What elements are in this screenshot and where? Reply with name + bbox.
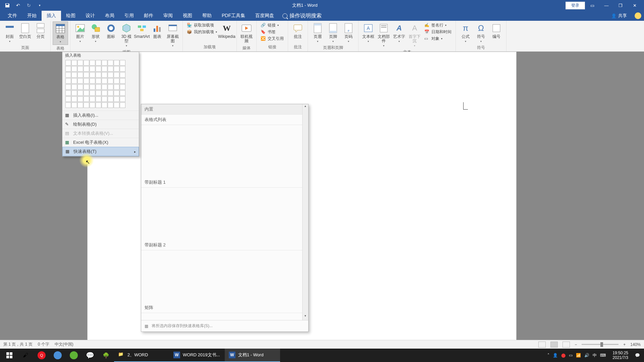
wordart-button[interactable]: A艺术字▾ — [391, 21, 407, 44]
pagenum-button[interactable]: #页码▾ — [341, 21, 356, 44]
quickparts-button[interactable]: 文档部件▾ — [376, 21, 391, 49]
grid-cell[interactable] — [84, 84, 89, 90]
grid-cell[interactable] — [114, 78, 119, 84]
bookmark-button[interactable]: 🔖书签 — [260, 29, 284, 35]
web-layout-button[interactable] — [562, 342, 570, 348]
tray-ime[interactable]: 中 — [593, 353, 597, 358]
grid-cell[interactable] — [108, 72, 113, 78]
symbol-button[interactable]: Ω符号▾ — [473, 21, 489, 44]
grid-cell[interactable] — [96, 78, 101, 84]
tab-review[interactable]: 审阅 — [158, 11, 178, 21]
grid-cell[interactable] — [120, 102, 125, 108]
grid-cell[interactable] — [90, 60, 95, 66]
zoom-in-button[interactable]: + — [623, 342, 626, 347]
tab-home[interactable]: 开始 — [22, 11, 42, 21]
table-grid-picker[interactable] — [62, 59, 139, 111]
grid-cell[interactable] — [114, 84, 119, 90]
number-button[interactable]: 编号 — [489, 21, 504, 40]
grid-cell[interactable] — [96, 60, 101, 66]
taskbar-app-6[interactable]: 🌳 — [98, 349, 114, 362]
grid-cell[interactable] — [71, 102, 77, 108]
quicktable-item-2[interactable] — [141, 188, 308, 240]
grid-cell[interactable] — [102, 78, 107, 84]
grid-cell[interactable] — [77, 90, 83, 96]
tab-file[interactable]: 文件 — [3, 11, 22, 21]
grid-cell[interactable] — [90, 96, 95, 102]
grid-cell[interactable] — [114, 96, 119, 102]
read-mode-button[interactable] — [538, 342, 546, 348]
grid-cell[interactable] — [71, 72, 77, 78]
grid-cell[interactable] — [120, 96, 125, 102]
grid-cell[interactable] — [84, 60, 89, 66]
draw-table-menuitem[interactable]: ✎绘制表格(D) — [62, 120, 139, 129]
grid-cell[interactable] — [65, 60, 71, 66]
insert-table-menuitem[interactable]: ▦插入表格(I)... — [62, 111, 139, 120]
grid-cell[interactable] — [120, 84, 125, 90]
gallery-scrollbar[interactable]: ▴▾ — [302, 104, 308, 320]
grid-cell[interactable] — [96, 102, 101, 108]
login-button[interactable]: 登录 — [566, 2, 585, 9]
tray-battery-icon[interactable]: ▭ — [569, 353, 573, 358]
language-status[interactable]: 中文(中国) — [55, 342, 73, 347]
repeat-button[interactable]: ↻ — [24, 1, 34, 10]
grid-cell[interactable] — [120, 90, 125, 96]
grid-cell[interactable] — [65, 90, 71, 96]
icons-button[interactable]: 图标 — [103, 21, 119, 40]
grid-cell[interactable] — [71, 84, 77, 90]
tab-draw[interactable]: 绘图 — [61, 11, 80, 21]
grid-cell[interactable] — [96, 66, 101, 72]
tab-layout[interactable]: 布局 — [100, 11, 119, 21]
textbox-button[interactable]: A文本框▾ — [361, 21, 376, 44]
grid-cell[interactable] — [102, 84, 107, 90]
taskbar-app-2[interactable]: Q — [34, 349, 50, 362]
table-button[interactable]: 表格▾ — [53, 21, 68, 45]
grid-cell[interactable] — [77, 60, 83, 66]
qat-customize[interactable]: ▾ — [35, 1, 44, 10]
tab-insert[interactable]: 插入 — [42, 11, 61, 21]
ribbon-options-button[interactable]: ▭ — [586, 1, 599, 10]
grid-cell[interactable] — [71, 90, 77, 96]
grid-cell[interactable] — [114, 60, 119, 66]
grid-cell[interactable] — [96, 90, 101, 96]
comment-button[interactable]: 批注 — [290, 21, 306, 40]
tab-help[interactable]: 帮助 — [197, 11, 217, 21]
grid-cell[interactable] — [96, 72, 101, 78]
equation-button[interactable]: π公式▾ — [458, 21, 473, 44]
taskbar-task-3[interactable]: W文档1 - Word — [225, 349, 280, 362]
taskbar-task-2[interactable]: WWORD 2019文书... — [169, 349, 225, 362]
feedback-smiley-icon[interactable] — [635, 12, 641, 19]
taskbar-app-5[interactable]: 💬 — [82, 349, 98, 362]
signature-button[interactable]: ✍签名行 ▾ — [424, 22, 452, 28]
blank-page-button[interactable]: 空白页 — [17, 21, 33, 40]
tab-design[interactable]: 设计 — [80, 11, 100, 21]
wikipedia-button[interactable]: WWikipedia — [219, 21, 234, 40]
grid-cell[interactable] — [65, 66, 71, 72]
grid-cell[interactable] — [90, 90, 95, 96]
datetime-button[interactable]: 📅日期和时间 — [424, 29, 452, 35]
grid-cell[interactable] — [102, 96, 107, 102]
print-layout-button[interactable] — [550, 342, 558, 348]
grid-cell[interactable] — [102, 90, 107, 96]
taskbar-app-1[interactable]: 🖌 — [17, 349, 34, 362]
screenshot-button[interactable]: 屏幕截图▾ — [165, 21, 180, 49]
grid-cell[interactable] — [90, 84, 95, 90]
grid-cell[interactable] — [108, 96, 113, 102]
grid-cell[interactable] — [108, 84, 113, 90]
tab-view[interactable]: 视图 — [178, 11, 197, 21]
save-button[interactable] — [3, 1, 12, 10]
tray-notifications-icon[interactable]: 💬 — [635, 353, 640, 358]
grid-cell[interactable] — [102, 66, 107, 72]
grid-cell[interactable] — [65, 72, 71, 78]
grid-cell[interactable] — [114, 90, 119, 96]
grid-cell[interactable] — [120, 72, 125, 78]
grid-cell[interactable] — [108, 60, 113, 66]
get-addins-button[interactable]: 🏪获取加载项 — [186, 22, 218, 28]
grid-cell[interactable] — [71, 96, 77, 102]
cover-page-button[interactable]: 封面▾ — [2, 21, 17, 44]
minimize-button[interactable]: — — [600, 1, 613, 10]
grid-cell[interactable] — [108, 66, 113, 72]
tray-record-icon[interactable]: ⬤ — [561, 353, 566, 358]
tab-references[interactable]: 引用 — [119, 11, 139, 21]
grid-cell[interactable] — [114, 102, 119, 108]
tray-keyboard-icon[interactable]: ⌨ — [600, 353, 606, 358]
